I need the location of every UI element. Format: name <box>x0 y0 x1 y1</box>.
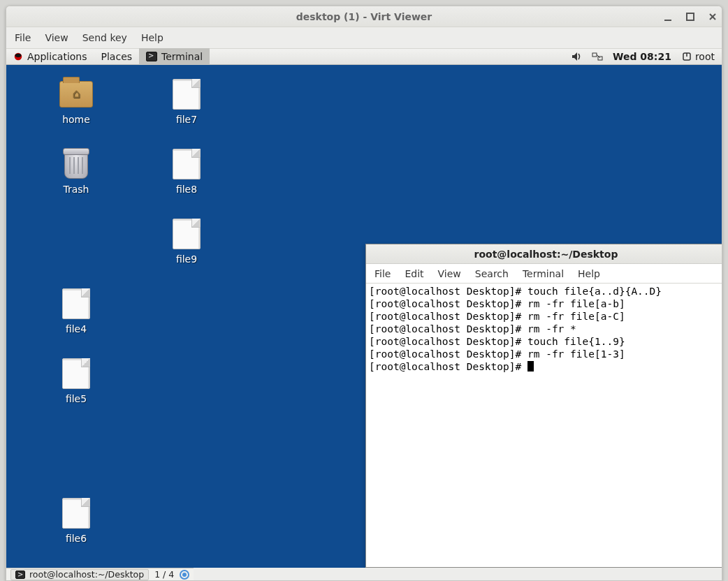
trash-icon <box>64 149 88 179</box>
trash-icon-desktop[interactable]: Trash <box>27 149 125 195</box>
power-icon <box>681 51 692 62</box>
bottom-taskbar: root@localhost:~/Desktop 1 / 4 <box>6 568 194 580</box>
icon-label: file5 <box>66 393 87 404</box>
terminal-titlebar[interactable]: root@localhost:~/Desktop <box>366 244 722 264</box>
menu-sendkey[interactable]: Send key <box>82 32 127 43</box>
icon-label: file8 <box>176 184 197 195</box>
applications-label: Applications <box>27 51 87 62</box>
virt-viewer-menu: File View Send key Help <box>6 27 722 48</box>
svg-rect-1 <box>687 13 694 20</box>
file9-icon[interactable]: file9 <box>138 219 235 265</box>
file6-icon[interactable]: file6 <box>27 498 125 544</box>
svg-rect-7 <box>592 53 597 57</box>
user-label: root <box>695 51 715 62</box>
terminal-menu-help[interactable]: Help <box>578 268 600 279</box>
icon-label: file9 <box>176 253 197 265</box>
window-title: desktop (1) - Virt Viewer <box>296 11 432 22</box>
terminal-panel-label: Terminal <box>161 51 203 62</box>
svg-rect-0 <box>664 20 671 21</box>
panel-right: Wed 08:21 root <box>571 51 722 62</box>
menu-file[interactable]: File <box>15 32 31 43</box>
workspace-indicator-icon[interactable] <box>180 570 189 580</box>
file5-icon[interactable]: file5 <box>27 358 125 404</box>
terminal-cursor <box>527 361 534 372</box>
terminal-body[interactable]: [root@localhost Desktop]# touch file{a..… <box>366 284 722 567</box>
terminal-menu-view[interactable]: View <box>438 268 461 279</box>
terminal-menu-file[interactable]: File <box>374 268 391 279</box>
file-icon <box>62 498 90 529</box>
icon-label: home <box>62 114 90 125</box>
redhat-icon <box>13 52 23 61</box>
applications-menu[interactable]: Applications <box>6 48 94 65</box>
taskbar-terminal-entry[interactable]: root@localhost:~/Desktop <box>10 569 149 580</box>
panel-datetime[interactable]: Wed 08:21 <box>613 51 671 62</box>
panel-left: Applications Places Terminal <box>6 48 210 65</box>
icon-label: Trash <box>64 184 89 195</box>
maximize-button[interactable] <box>685 12 695 22</box>
menu-view[interactable]: View <box>45 32 68 43</box>
file-icon <box>173 79 201 110</box>
volume-icon[interactable] <box>571 51 582 62</box>
network-icon[interactable] <box>592 51 603 62</box>
file-icon <box>62 358 90 389</box>
terminal-menu-search[interactable]: Search <box>475 268 509 279</box>
terminal-icon <box>15 571 25 579</box>
icon-label: file4 <box>66 323 87 334</box>
close-button[interactable] <box>708 12 718 22</box>
terminal-menu-edit[interactable]: Edit <box>405 268 423 279</box>
terminal-icon <box>146 52 157 61</box>
file4-icon[interactable]: file4 <box>27 288 125 334</box>
window-controls <box>663 6 718 27</box>
user-menu[interactable]: root <box>681 51 715 62</box>
virt-viewer-window: desktop (1) - Virt Viewer File View Send… <box>6 6 722 581</box>
file-icon <box>173 219 201 249</box>
terminal-menubar: File Edit View Search Terminal Help <box>366 264 722 284</box>
home-folder-icon[interactable]: home <box>27 79 125 125</box>
places-menu[interactable]: Places <box>94 48 140 65</box>
folder-icon <box>59 81 93 108</box>
titlebar[interactable]: desktop (1) - Virt Viewer <box>6 6 722 27</box>
svg-rect-8 <box>598 57 602 60</box>
terminal-menu-terminal[interactable]: Terminal <box>523 268 564 279</box>
terminal-title-text: root@localhost:~/Desktop <box>474 249 618 260</box>
gnome-top-panel: Applications Places Terminal Wed 08:21 r… <box>6 48 722 65</box>
taskbar-entry-label: root@localhost:~/Desktop <box>29 569 144 580</box>
minimize-button[interactable] <box>663 12 673 22</box>
terminal-window[interactable]: root@localhost:~/Desktop File Edit View … <box>365 244 722 568</box>
file-icon <box>62 288 90 319</box>
places-label: Places <box>101 51 133 62</box>
file7-icon[interactable]: file7 <box>138 79 235 125</box>
file8-icon[interactable]: file8 <box>138 149 235 195</box>
icon-label: file6 <box>66 533 87 544</box>
svg-marker-6 <box>572 52 577 61</box>
menu-help[interactable]: Help <box>141 32 163 43</box>
pager-label[interactable]: 1 / 4 <box>154 569 174 580</box>
workspace-pager: 1 / 4 <box>154 569 189 580</box>
file-icon <box>173 149 201 179</box>
icon-label: file7 <box>176 114 197 125</box>
svg-point-5 <box>15 54 22 57</box>
terminal-panel-item[interactable]: Terminal <box>139 48 210 65</box>
desktop-area[interactable]: home Trash file7 file8 file9 file4 file5 <box>6 65 722 568</box>
